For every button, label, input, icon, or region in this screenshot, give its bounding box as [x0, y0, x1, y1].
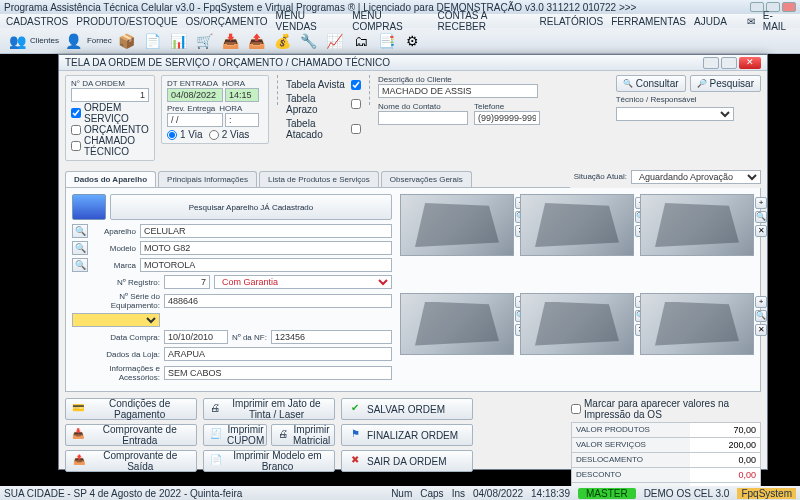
modelo-lookup[interactable]: 🔍	[72, 241, 88, 255]
marca-lookup[interactable]: 🔍	[72, 258, 88, 272]
consultar-button[interactable]: 🔍Consultar	[616, 75, 686, 92]
tool-icon[interactable]: 🗂	[350, 31, 372, 51]
situacao-select[interactable]: Aguardando Aprovação	[631, 170, 761, 184]
finalizar-button[interactable]: ⚑FINALIZAR ORDEM	[341, 424, 473, 446]
val-servicos: 200,00	[690, 438, 760, 452]
avista-check[interactable]	[351, 80, 361, 90]
photo-del-button[interactable]: ✕	[755, 324, 767, 336]
loja-input[interactable]	[164, 347, 392, 361]
tool-icon[interactable]: 📤	[246, 31, 268, 51]
via1-radio[interactable]	[167, 130, 177, 140]
photo-zoom-button[interactable]: 🔍	[755, 310, 767, 322]
modelo-input[interactable]	[140, 241, 392, 255]
marca-input[interactable]	[140, 258, 392, 272]
print-jato-button[interactable]: 🖨Imprimir em Jato de Tinta / Laser	[203, 398, 335, 420]
prev-dt-input[interactable]	[167, 113, 223, 127]
clientes-icon[interactable]: 👥	[6, 31, 28, 51]
menu-produto[interactable]: PRODUTO/ESTOQUE	[76, 16, 177, 27]
status-date: 04/08/2022	[473, 488, 523, 499]
cond-pag-button[interactable]: 💳Condições de Pagamento	[65, 398, 197, 420]
tab-lista[interactable]: Lista de Produtos e Serviços	[259, 171, 379, 187]
menu-relatorios[interactable]: RELATÓRIOS	[539, 16, 603, 27]
comp-saida-button[interactable]: 📤Comprovante de Saída	[65, 450, 197, 472]
compra-input[interactable]	[164, 330, 228, 344]
comp-entrada-button[interactable]: 📥Comprovante de Entrada	[65, 424, 197, 446]
clientes-label: Clientes	[30, 36, 59, 45]
os-modal: TELA DA ORDEM DE SERVIÇO / ORÇAMENTO / C…	[58, 54, 768, 470]
print-values-check[interactable]	[571, 404, 581, 414]
tool-icon[interactable]: 🔧	[298, 31, 320, 51]
tab-obs[interactable]: Observações Gerais	[381, 171, 472, 187]
status-time: 14:18:39	[531, 488, 570, 499]
serie-input[interactable]	[164, 294, 392, 308]
aprazo-check[interactable]	[351, 99, 361, 109]
garantia-select[interactable]: Com Garantia	[214, 275, 392, 289]
print-cupom-button[interactable]: 🧾Imprimir CUPOM	[203, 424, 267, 446]
menu-vendas[interactable]: MENU VENDAS	[276, 10, 345, 32]
photo-add-button[interactable]: +	[755, 197, 767, 209]
dt-entrada-input[interactable]	[167, 88, 223, 102]
status-left: SUA CIDADE - SP 4 de Agosto de 2022 - Qu…	[4, 488, 242, 499]
menu-compras[interactable]: MENU COMPRAS	[352, 10, 429, 32]
photo-add-button[interactable]: +	[755, 296, 767, 308]
tool-icon[interactable]: 📦	[116, 31, 138, 51]
print-matricial-button[interactable]: 🖨Imprimir Matricial	[271, 424, 335, 446]
ordem-label: N° DA ORDEM	[71, 79, 149, 88]
photo-grid: +🔍✕ +🔍✕ +🔍✕ +🔍✕ +🔍✕ +🔍✕	[400, 194, 754, 385]
modal-max-button[interactable]	[721, 57, 737, 69]
aparelho-input[interactable]	[140, 224, 392, 238]
print-branco-button[interactable]: 📄Imprimir Modelo em Branco	[203, 450, 335, 472]
status-master: MASTER	[578, 488, 636, 499]
menu-cadastros[interactable]: CADASTROS	[6, 16, 68, 27]
menu-ajuda[interactable]: AJUDA	[694, 16, 727, 27]
tel-input[interactable]	[474, 111, 540, 125]
tecnico-select[interactable]	[616, 107, 734, 121]
sair-button[interactable]: ✖SAIR DA ORDEM	[341, 450, 473, 472]
menu-contas[interactable]: CONTAS A RECEBER	[438, 10, 532, 32]
menu-ferramentas[interactable]: FERRAMENTAS	[611, 16, 686, 27]
prev-hora-input[interactable]	[225, 113, 259, 127]
tab-info[interactable]: Principais Informações	[158, 171, 257, 187]
tipo-os-check[interactable]	[71, 108, 81, 118]
menu-email[interactable]: E-MAIL	[763, 10, 794, 32]
status-demo: DEMO OS CEL 3.0	[644, 488, 730, 499]
tool-icon[interactable]: 📑	[376, 31, 398, 51]
val-produtos: 70,00	[690, 423, 760, 437]
tool-icon[interactable]: 💰	[272, 31, 294, 51]
atacado-check[interactable]	[351, 124, 361, 134]
salvar-button[interactable]: ✔SALVAR ORDEM	[341, 398, 473, 420]
tool-icon[interactable]: 📈	[324, 31, 346, 51]
pesq-aparelho-button[interactable]: Pesquisar Aparelho JÁ Cadastrado	[110, 194, 392, 220]
tab-dados[interactable]: Dados do Aparelho	[65, 171, 156, 187]
nf-input[interactable]	[271, 330, 392, 344]
yellow-select[interactable]	[72, 313, 160, 327]
aparelho-lookup[interactable]: 🔍	[72, 224, 88, 238]
status-brand: FpqSystem	[737, 488, 796, 499]
via2-radio[interactable]	[209, 130, 219, 140]
photo-zoom-button[interactable]: 🔍	[755, 211, 767, 223]
tool-icon[interactable]: 📥	[220, 31, 242, 51]
tool-icon[interactable]: ⚙	[402, 31, 424, 51]
reg-input[interactable]	[164, 275, 210, 289]
pesquisar-button[interactable]: 🔎Pesquisar	[690, 75, 761, 92]
ordem-input[interactable]	[71, 88, 149, 102]
modal-min-button[interactable]	[703, 57, 719, 69]
tipo-orc-check[interactable]	[71, 125, 81, 135]
modal-close-button[interactable]: ✕	[739, 57, 761, 69]
device-photo: +🔍✕	[520, 194, 634, 256]
tool-icon[interactable]: 📊	[168, 31, 190, 51]
tool-icon[interactable]: 🛒	[194, 31, 216, 51]
contato-input[interactable]	[378, 111, 468, 125]
photo-del-button[interactable]: ✕	[755, 225, 767, 237]
tool-icon[interactable]: 📄	[142, 31, 164, 51]
device-photo: +🔍✕	[400, 293, 514, 355]
info-input[interactable]	[164, 366, 392, 380]
menu-os[interactable]: OS/ORÇAMENTO	[186, 16, 268, 27]
device-photo: +🔍✕	[520, 293, 634, 355]
fornec-label: Fornec	[87, 36, 112, 45]
cliente-desc-input[interactable]	[378, 84, 538, 98]
fornec-icon[interactable]: 👤	[63, 31, 85, 51]
hora-entrada-input[interactable]	[225, 88, 259, 102]
modal-title-text: TELA DA ORDEM DE SERVIÇO / ORÇAMENTO / C…	[65, 57, 390, 68]
tipo-cham-check[interactable]	[71, 141, 81, 151]
